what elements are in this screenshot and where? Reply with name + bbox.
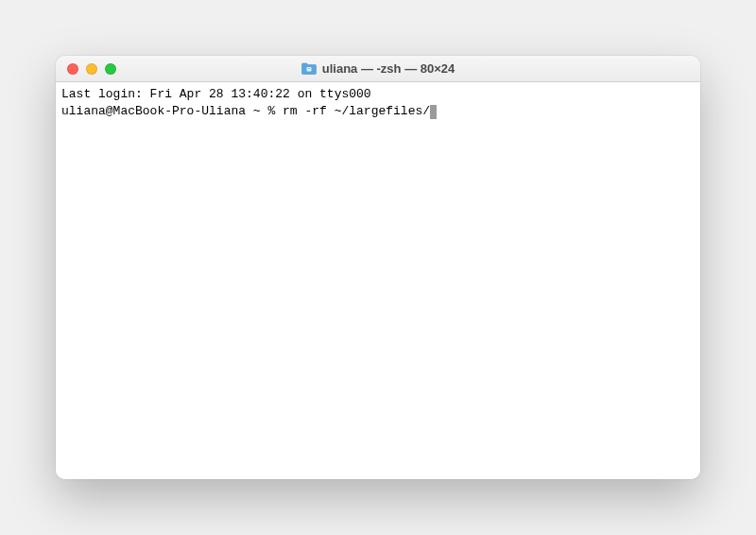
close-button[interactable] [67,63,78,75]
svg-rect-1 [307,68,310,69]
window-title: uliana — -zsh — 80×24 [322,61,455,76]
terminal-prompt: uliana@MacBook-Pro-Uliana ~ % [61,104,283,118]
folder-icon [301,62,317,75]
terminal-prompt-line: uliana@MacBook-Pro-Uliana ~ % rm -rf ~/l… [61,103,695,120]
terminal-window: uliana — -zsh — 80×24 Last login: Fri Ap… [56,56,700,479]
maximize-button[interactable] [105,63,116,75]
cursor [430,105,437,119]
title-bar: uliana — -zsh — 80×24 [56,56,700,82]
terminal-command: rm -rf ~/largefiles/ [283,104,430,118]
minimize-button[interactable] [86,63,97,75]
terminal-output-line: Last login: Fri Apr 28 13:40:22 on ttys0… [61,86,695,103]
traffic-lights [67,63,116,75]
svg-rect-0 [306,67,311,72]
terminal-body[interactable]: Last login: Fri Apr 28 13:40:22 on ttys0… [56,82,700,479]
window-title-content: uliana — -zsh — 80×24 [301,61,455,76]
